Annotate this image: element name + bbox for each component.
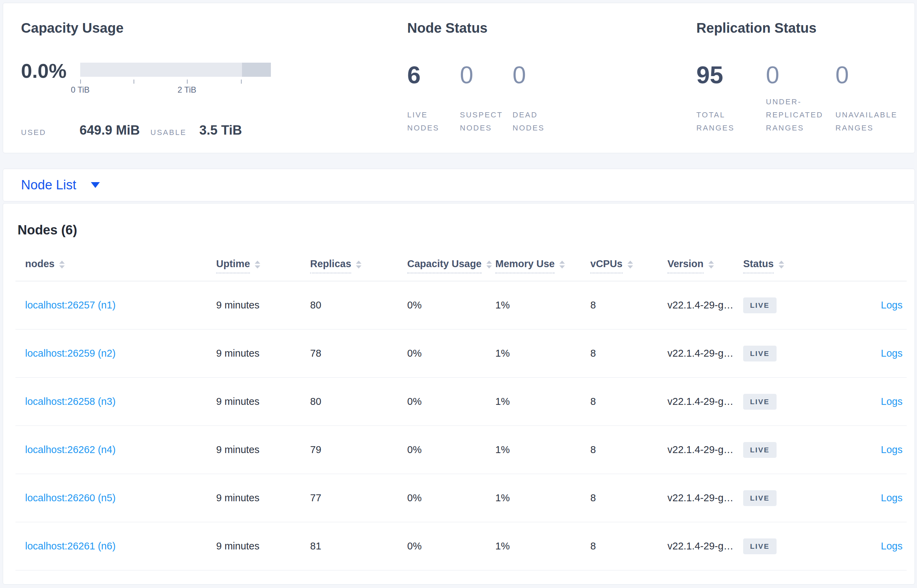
column-header-vcpus[interactable]: vCPUs xyxy=(590,248,667,281)
stat-suspect-nodes: 0SUSPECT NODES xyxy=(460,63,513,135)
version-cell-container: v22.1.4-29-g… xyxy=(667,299,743,311)
capacity-usage-section: Capacity Usage 0.0% 0 TiB2 TiB USED 649.… xyxy=(21,3,383,153)
sort-arrows-icon xyxy=(559,261,565,268)
capacity-usage-cell: 0% xyxy=(407,444,422,455)
node-link[interactable]: localhost:26258 (n3) xyxy=(25,396,116,407)
uptime-cell-container: 9 minutes xyxy=(216,299,310,311)
usable-label: USABLE xyxy=(150,128,187,137)
column-header-uptime[interactable]: Uptime xyxy=(216,248,310,281)
uptime-cell-container: 9 minutes xyxy=(216,396,310,407)
uptime-cell: 9 minutes xyxy=(216,396,260,407)
uptime-cell-container: 9 minutes xyxy=(216,541,310,552)
logs-link[interactable]: Logs xyxy=(881,541,902,551)
capacity-usage-cell: 0% xyxy=(407,541,422,551)
status-badge: LIVE xyxy=(743,490,777,506)
logs-link-container: Logs xyxy=(826,348,907,359)
sort-arrows-icon xyxy=(59,261,65,268)
nodes-table-body: localhost:26257 (n1)9 minutes800%1%8v22.… xyxy=(16,281,907,570)
capacity-axis-tick xyxy=(241,79,242,84)
status-badge: LIVE xyxy=(743,442,777,458)
column-header-label: Version xyxy=(667,258,704,273)
node-link[interactable]: localhost:26262 (n4) xyxy=(25,444,116,455)
table-row: localhost:26261 (n6)9 minutes810%1%8v22.… xyxy=(16,522,907,570)
status-badge-container: LIVE xyxy=(743,346,826,362)
logs-link[interactable]: Logs xyxy=(881,444,902,455)
status-badge-container: LIVE xyxy=(743,442,826,458)
column-header-label: Uptime xyxy=(216,258,250,273)
stat-total-ranges: 95TOTAL RANGES xyxy=(696,63,766,135)
node-list-dropdown[interactable]: Node List xyxy=(21,178,100,192)
logs-link[interactable]: Logs xyxy=(881,348,902,359)
status-badge: LIVE xyxy=(743,538,777,554)
capacity-percent-value: 0.0% xyxy=(21,61,66,81)
version-cell-container: v22.1.4-29-g… xyxy=(667,541,743,552)
column-header-status[interactable]: Status xyxy=(743,248,826,281)
replicas-cell-container: 81 xyxy=(310,541,407,552)
memory-use-cell: 1% xyxy=(495,541,510,551)
stat-value: 95 xyxy=(696,63,723,87)
uptime-cell: 9 minutes xyxy=(216,541,260,551)
column-header-capacity-usage[interactable]: Capacity Usage xyxy=(407,248,495,281)
node-link[interactable]: localhost:26261 (n6) xyxy=(25,541,116,551)
nodes-table: nodesUptimeReplicasCapacity UsageMemory … xyxy=(16,248,907,570)
logs-link[interactable]: Logs xyxy=(881,492,902,503)
version-cell: v22.1.4-29-g… xyxy=(667,299,733,310)
stat-unavailable-ranges: 0UNAVAILABLE RANGES xyxy=(835,63,905,135)
cluster-summary-card: Capacity Usage 0.0% 0 TiB2 TiB USED 649.… xyxy=(3,3,915,153)
uptime-cell-container: 9 minutes xyxy=(216,348,310,359)
capacity-usage-cell-container: 0% xyxy=(407,396,495,407)
status-badge-container: LIVE xyxy=(743,490,826,506)
view-selector-card: Node List xyxy=(3,169,915,201)
node-link[interactable]: localhost:26260 (n5) xyxy=(25,492,116,503)
replicas-cell: 78 xyxy=(310,348,321,359)
memory-use-cell-container: 1% xyxy=(495,396,590,407)
node-status-section: Node Status 6LIVE NODES0SUSPECT NODES0DE… xyxy=(407,3,648,153)
logs-link[interactable]: Logs xyxy=(881,299,902,310)
capacity-usage-cell: 0% xyxy=(407,299,422,310)
vcpus-cell: 8 xyxy=(590,396,596,407)
stat-under-replicated-ranges: 0UNDER-REPLICATED RANGES xyxy=(766,63,835,135)
stat-value: 0 xyxy=(766,63,779,87)
memory-use-cell-container: 1% xyxy=(495,492,590,504)
replicas-cell-container: 78 xyxy=(310,348,407,359)
stat-live-nodes: 6LIVE NODES xyxy=(407,63,460,135)
memory-use-cell-container: 1% xyxy=(495,444,590,456)
column-header-replicas[interactable]: Replicas xyxy=(310,248,407,281)
column-header-logs xyxy=(826,248,907,281)
node-status-stats: 6LIVE NODES0SUSPECT NODES0DEAD NODES xyxy=(407,63,565,135)
logs-link-container: Logs xyxy=(826,299,907,311)
capacity-usage-cell-container: 0% xyxy=(407,492,495,504)
replication-status-stats: 95TOTAL RANGES0UNDER-REPLICATED RANGES0U… xyxy=(696,63,905,135)
column-header-memory-use[interactable]: Memory Use xyxy=(495,248,590,281)
logs-link[interactable]: Logs xyxy=(881,396,902,407)
replicas-cell-container: 80 xyxy=(310,299,407,311)
column-header-nodes[interactable]: nodes xyxy=(16,248,216,281)
logs-link-container: Logs xyxy=(826,444,907,456)
node-link[interactable]: localhost:26259 (n2) xyxy=(25,348,116,359)
version-cell: v22.1.4-29-g… xyxy=(667,492,733,503)
replicas-cell-container: 80 xyxy=(310,396,407,407)
version-cell-container: v22.1.4-29-g… xyxy=(667,444,743,456)
capacity-axis-tick xyxy=(187,79,187,84)
capacity-usage-cell-container: 0% xyxy=(407,444,495,456)
logs-link-container: Logs xyxy=(826,492,907,504)
column-header-label: vCPUs xyxy=(590,258,623,273)
stat-label: LIVE NODES xyxy=(407,108,452,135)
memory-use-cell: 1% xyxy=(495,348,510,359)
stat-label: TOTAL RANGES xyxy=(696,108,760,135)
status-badge: LIVE xyxy=(743,394,777,410)
replication-status-section: Replication Status 95TOTAL RANGES0UNDER-… xyxy=(696,3,917,153)
memory-use-cell: 1% xyxy=(495,299,510,310)
node-link-container: localhost:26262 (n4) xyxy=(16,444,216,456)
node-link[interactable]: localhost:26257 (n1) xyxy=(25,299,116,310)
column-header-version[interactable]: Version xyxy=(667,248,743,281)
capacity-usage-bar xyxy=(80,63,271,77)
vcpus-cell: 8 xyxy=(590,444,596,455)
uptime-cell-container: 9 minutes xyxy=(216,492,310,504)
table-row: localhost:26260 (n5)9 minutes770%1%8v22.… xyxy=(16,474,907,522)
replicas-cell: 80 xyxy=(310,299,321,310)
vcpus-cell-container: 8 xyxy=(590,492,667,504)
version-cell: v22.1.4-29-g… xyxy=(667,541,733,551)
sort-arrows-icon xyxy=(356,261,362,268)
uptime-cell: 9 minutes xyxy=(216,299,260,310)
